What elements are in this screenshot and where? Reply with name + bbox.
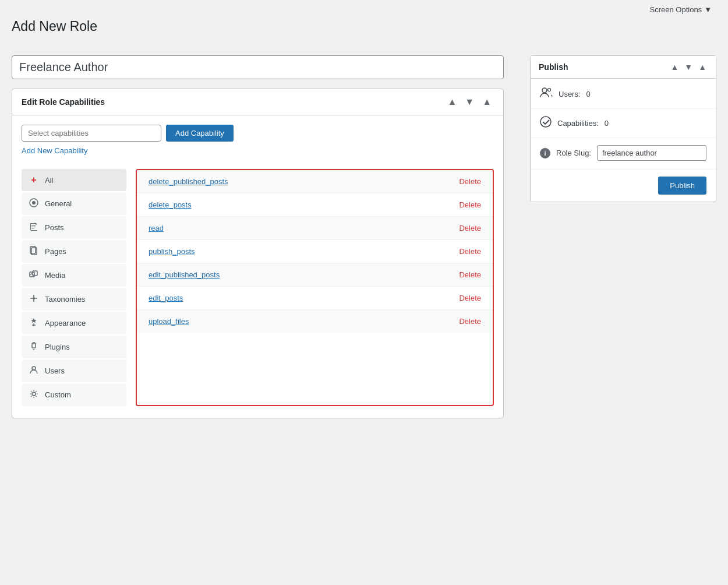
capabilities-stat: Capabilities: 0 <box>540 116 706 131</box>
publish-panel-body: Users: 0 Capabilities: 0 <box>531 79 716 169</box>
publish-panel-controls: ▲ ▼ ▲ <box>669 62 708 72</box>
capability-delete-edit-posts[interactable]: Delete <box>459 294 481 302</box>
add-capability-button[interactable]: Add Capability <box>166 125 234 142</box>
publish-panel-title: Publish <box>539 62 568 72</box>
capabilities-table: delete_published_posts Delete delete_pos… <box>136 169 494 406</box>
capability-name-edit-published-posts[interactable]: edit_published_posts <box>149 270 220 279</box>
category-item-pages[interactable]: Pages <box>22 240 126 263</box>
capabilities-body: + All General <box>12 162 503 418</box>
table-row: delete_published_posts Delete <box>137 170 493 193</box>
svg-point-12 <box>548 89 551 91</box>
category-item-general[interactable]: General <box>22 192 126 215</box>
screen-options-button[interactable]: Screen Options ▼ <box>645 3 716 16</box>
svg-rect-8 <box>32 343 36 348</box>
general-icon <box>29 198 39 209</box>
panel-controls: ▲ ▼ ▲ <box>445 96 494 108</box>
publish-button[interactable]: Publish <box>658 177 706 195</box>
role-slug-info-icon: i <box>540 148 550 158</box>
category-item-media[interactable]: Media <box>22 264 126 287</box>
capability-delete-publish-posts[interactable]: Delete <box>459 247 481 256</box>
divider-2 <box>531 138 716 138</box>
capabilities-panel: Edit Role Capabilities ▲ ▼ ▲ Add Capabil… <box>12 89 504 418</box>
publish-panel-header: Publish ▲ ▼ ▲ <box>531 56 716 79</box>
category-label-plugins: Plugins <box>45 343 70 351</box>
capabilities-count: 0 <box>605 119 609 128</box>
add-new-capability-link[interactable]: Add New Capability <box>12 146 97 155</box>
category-label-all: All <box>45 176 53 185</box>
capability-delete-upload-files[interactable]: Delete <box>459 317 481 326</box>
users-icon <box>540 87 553 101</box>
all-icon: + <box>29 175 39 185</box>
capability-name-publish-posts[interactable]: publish_posts <box>149 247 195 256</box>
appearance-icon <box>29 318 39 329</box>
role-slug-label: Role Slug: <box>556 149 591 157</box>
panel-collapse-up-button[interactable]: ▲ <box>445 96 459 108</box>
category-label-users: Users <box>45 366 65 375</box>
capability-name-upload-files[interactable]: upload_files <box>149 317 189 326</box>
category-item-plugins[interactable]: Plugins <box>22 336 126 358</box>
select-capabilities-input[interactable] <box>22 125 161 142</box>
svg-point-7 <box>33 297 35 299</box>
custom-icon <box>29 389 39 400</box>
category-item-posts[interactable]: Posts <box>22 216 126 239</box>
capabilities-panel-title: Edit Role Capabilities <box>22 97 105 107</box>
role-name-input[interactable] <box>12 55 504 79</box>
publish-panel-footer: Publish <box>531 169 716 202</box>
plugins-icon <box>29 341 39 353</box>
category-item-all[interactable]: + All <box>22 169 126 191</box>
publish-panel-down-button[interactable]: ▼ <box>683 62 694 72</box>
top-bar: Screen Options ▼ <box>0 0 728 19</box>
category-label-media: Media <box>45 271 65 280</box>
add-capability-row: Add Capability <box>12 115 503 146</box>
page-title: Add New Role <box>0 19 728 34</box>
table-row: upload_files Delete <box>137 310 493 333</box>
svg-point-1 <box>32 201 36 205</box>
capability-name-edit-posts[interactable]: edit_posts <box>149 294 183 302</box>
users-cat-icon <box>29 365 39 376</box>
panel-toggle-button[interactable]: ▲ <box>480 96 494 108</box>
sidebar: Publish ▲ ▼ ▲ <box>530 55 716 202</box>
users-label: Users: <box>559 90 581 98</box>
capability-delete-read[interactable]: Delete <box>459 224 481 232</box>
content-area: Edit Role Capabilities ▲ ▼ ▲ Add Capabil… <box>12 55 518 418</box>
capability-name-read[interactable]: read <box>149 224 164 232</box>
role-slug-input[interactable] <box>597 145 706 161</box>
capabilities-panel-header: Edit Role Capabilities ▲ ▼ ▲ <box>12 89 503 115</box>
media-icon <box>29 270 39 281</box>
panel-collapse-down-button[interactable]: ▼ <box>462 96 476 108</box>
svg-point-11 <box>542 88 547 93</box>
capability-delete-delete-posts[interactable]: Delete <box>459 200 481 209</box>
publish-panel-toggle-button[interactable]: ▲ <box>697 62 708 72</box>
category-item-users[interactable]: Users <box>22 360 126 382</box>
table-row: edit_published_posts Delete <box>137 263 493 287</box>
category-item-custom[interactable]: Custom <box>22 383 126 406</box>
divider-1 <box>531 108 716 109</box>
category-label-general: General <box>45 199 72 208</box>
main-wrapper: Edit Role Capabilities ▲ ▼ ▲ Add Capabil… <box>0 44 728 430</box>
category-item-taxonomies[interactable]: Taxonomies <box>22 288 126 311</box>
category-label-posts: Posts <box>45 223 64 232</box>
svg-point-9 <box>32 366 36 370</box>
role-slug-row: i Role Slug: <box>540 145 706 161</box>
pages-icon <box>29 246 39 257</box>
category-list: + All General <box>22 169 126 406</box>
category-item-appearance[interactable]: Appearance <box>22 312 126 334</box>
capability-delete-delete-published-posts[interactable]: Delete <box>459 177 481 186</box>
capability-name-delete-published-posts[interactable]: delete_published_posts <box>149 177 228 186</box>
users-count: 0 <box>586 90 591 98</box>
screen-options-label: Screen Options <box>650 5 702 14</box>
category-label-pages: Pages <box>45 247 66 256</box>
category-label-appearance: Appearance <box>45 319 86 327</box>
category-label-custom: Custom <box>45 390 71 399</box>
capabilities-label: Capabilities: <box>557 119 599 128</box>
table-row: publish_posts Delete <box>137 240 493 263</box>
svg-point-13 <box>540 117 551 127</box>
table-row: edit_posts Delete <box>137 287 493 310</box>
chevron-down-icon: ▼ <box>704 5 712 14</box>
capability-delete-edit-published-posts[interactable]: Delete <box>459 270 481 279</box>
svg-point-10 <box>32 392 36 396</box>
publish-panel: Publish ▲ ▼ ▲ <box>530 55 716 202</box>
capability-name-delete-posts[interactable]: delete_posts <box>149 200 192 209</box>
taxonomies-icon <box>29 294 39 305</box>
publish-panel-up-button[interactable]: ▲ <box>669 62 680 72</box>
